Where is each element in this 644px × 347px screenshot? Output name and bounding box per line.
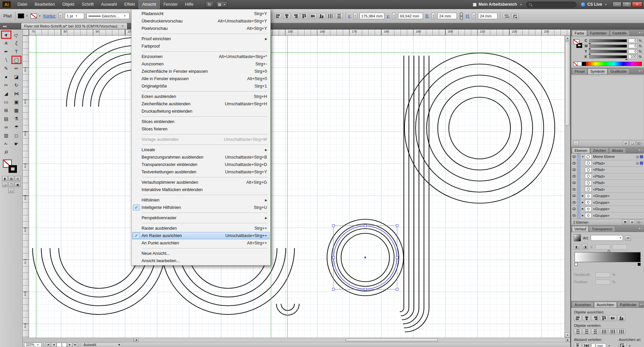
tool-pen[interactable]: ✒ [1,47,11,56]
tab-symbole[interactable]: Symbole [588,68,607,74]
menubar-item-fenster[interactable]: Fenster [160,0,181,9]
close-button[interactable]: ✕ [632,2,642,7]
symbol-libraries-icon[interactable]: ⌂ [573,141,579,146]
slider-thumb[interactable] [588,52,591,55]
gradient-fill-icon[interactable]: ◧ [574,244,580,249]
tab-zeichen[interactable]: Zeichen [590,148,609,153]
tool-direct-selection[interactable]: ▷ [11,31,22,39]
tool-rotate[interactable]: ↻ [11,81,22,89]
visibility-toggle[interactable] [571,167,577,173]
transform-rotate-button[interactable] [511,13,519,19]
black-swatch[interactable] [582,62,586,66]
view-menu-item-10[interactable]: Alle in Fenster einpassenAlt+Strg+0 [132,75,270,82]
draw-behind-button[interactable]: ❐ [8,182,14,187]
expander-icon[interactable]: ▶ [581,194,585,197]
tool-perspective-grid[interactable]: ⊞ [1,106,11,114]
tab-pinsel[interactable]: Pinsel [572,68,587,74]
color-spectrum[interactable] [586,62,642,66]
zoom-level-select[interactable]: 333%▼ [24,343,42,347]
layer-name[interactable]: <Gruppe> [593,194,644,198]
stroke-color-dropdown[interactable]: ▼ [31,13,41,18]
menubar-item-hilfe[interactable]: Hilfe [181,0,197,9]
tool-width[interactable]: ⋈ [11,89,22,98]
layer-name[interactable]: <Pfad> [593,168,644,172]
ruler-origin-corner[interactable] [23,30,29,36]
slider-track[interactable] [589,39,627,42]
slider-value[interactable]: 0 [628,44,637,48]
reverse-gradient-icon[interactable]: ⇄ [625,235,631,241]
align-v-bottom-button[interactable] [618,315,625,321]
tool-lasso[interactable]: ζ [11,39,22,47]
height-stepper[interactable]: ▲▼ [472,13,476,19]
stroke-width-select[interactable]: 1 pt▼ [65,13,84,19]
slider-value[interactable]: 0 [628,39,637,43]
tool-blend[interactable]: ∞ [1,123,11,131]
color-button[interactable]: ▮ [2,176,8,181]
view-menu-item-14[interactable]: Zeichenfläche ausblendenUmschalttaste+St… [132,100,270,108]
dist-center-button[interactable] [609,329,616,335]
view-menu-item-7[interactable]: EinzoomenAlt+Umschalttaste+Strg+* [132,53,270,60]
draw-normal-button[interactable]: ❏ [2,182,8,187]
dist-bottom-button[interactable] [591,329,599,335]
ruler-horizontal[interactable]: 7080901001101201301401501601701801902002… [29,30,570,36]
align-v-middle-button[interactable] [609,315,616,321]
slider-thumb[interactable] [588,47,591,49]
tool-blob-brush[interactable]: ● [1,72,11,81]
layer-row-0[interactable]: ▼Meine Ebene◎ [571,154,644,160]
tab-farbhilfe[interactable]: Farbhilfe [610,30,630,36]
height-input[interactable]: 24 mm [478,13,497,19]
view-menu-item-11[interactable]: OriginalgrößeStrg+1 [132,82,270,90]
visibility-toggle[interactable] [571,160,577,167]
tab-aussehen[interactable]: Aussehen [572,302,594,307]
align-v-top-button[interactable] [600,315,608,321]
view-menu-item-35[interactable]: Raster ausblendenStrg++ [132,225,270,232]
panel-menu-icon[interactable]: ▼≡ [638,70,643,72]
tool-shape-builder[interactable]: ▣ [11,98,22,106]
panel-menu-icon[interactable]: ▼≡ [638,32,643,34]
tab-verlauf[interactable]: Verlauf [572,226,589,232]
visibility-toggle[interactable] [571,193,577,199]
tool-column-graph[interactable]: ▥ [1,131,11,139]
tool-artboard[interactable]: ◻ [11,131,22,139]
view-menu-item-17[interactable]: Slices einblenden [132,118,270,125]
layer-row-4[interactable]: <Pfad> [571,180,644,186]
tool-type[interactable]: T [11,47,22,56]
tool-zoom[interactable]: ⚲ [1,148,11,156]
align-h-right-button[interactable] [591,315,599,321]
search-input[interactable] [526,2,577,7]
menubar-item-datei[interactable]: Datei [14,0,31,9]
arrange-documents-button[interactable]: ▦▼ [216,1,228,8]
collapse-panels-icon[interactable]: ◀◀ [0,25,21,29]
gradient-angle-field[interactable] [595,244,610,249]
visibility-toggle[interactable] [571,186,577,193]
height-label[interactable]: H: [466,14,470,18]
view-menu-item-15[interactable]: Druckaufteilung einblenden [132,108,270,115]
expander-icon[interactable]: ▶ [581,214,585,217]
layer-row-3[interactable]: <Pfad> [571,173,644,180]
canvas[interactable] [29,36,565,338]
layer-row-7[interactable]: ▶<Gruppe> [571,199,644,206]
gradient-type-select[interactable]: ▼ [591,235,623,241]
gradient-stop-end[interactable] [638,263,641,266]
width-profile-select[interactable]: Gleichmäßig▼ [87,13,129,19]
dist-center-button[interactable] [327,13,334,19]
view-menu-item-27[interactable]: Verlaufsoptimierer ausblendenAlt+Strg+G [132,179,270,186]
tool-pencil[interactable]: ✏ [11,64,22,72]
menubar-item-schrift[interactable]: Schrift [78,0,97,9]
y-label[interactable]: y: [387,14,390,18]
view-menu-item-22[interactable]: Lineale▶ [132,146,270,154]
target-icon[interactable]: ◎ [636,155,639,159]
tab-transparenz[interactable]: Transparenz [589,226,615,232]
view-menu-item-40[interactable]: Ansicht bearbeiten... [132,257,270,265]
none-button[interactable]: ⊘ [15,176,20,181]
width-stepper[interactable]: ▲▼ [431,13,435,19]
view-menu-item-8[interactable]: AuszoomenStrg+- [132,60,270,68]
expander-icon[interactable]: ▼ [581,156,585,158]
tool-scissors[interactable]: ✂ [1,81,11,89]
scroll-right-icon[interactable]: ▶ [566,338,570,342]
y-input[interactable]: 69,942 mm [398,13,423,19]
stroke-swatch[interactable] [8,165,17,173]
draw-inside-button[interactable]: ▣ [15,182,20,187]
new-layer-icon[interactable]: ⊞ [629,220,635,225]
view-menu-item-24[interactable]: Transparenzraster einblendenUmschalttast… [132,161,270,168]
